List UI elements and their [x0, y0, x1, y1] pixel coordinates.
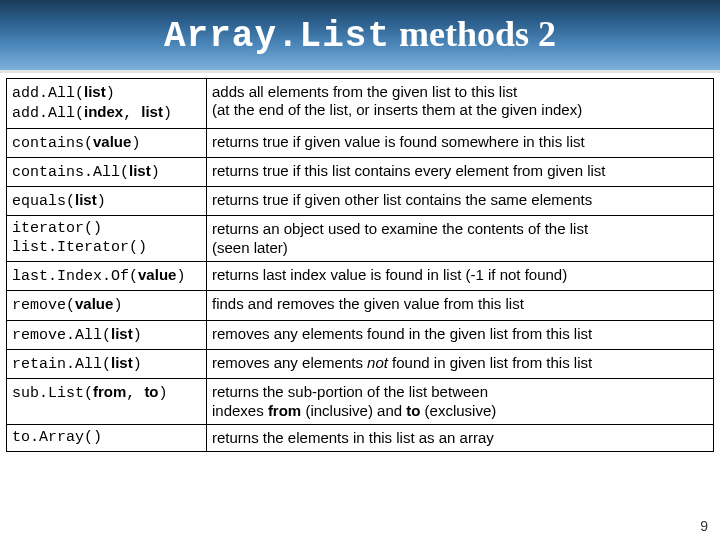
method-description: adds all elements from the given list to…: [207, 79, 714, 129]
method-signature: add.All(list)add.All(index, list): [7, 79, 207, 129]
method-description: returns the elements in this list as an …: [207, 424, 714, 451]
method-signature: last.Index.Of(value): [7, 262, 207, 291]
table-row: retain.All(list)removes any elements not…: [7, 349, 714, 378]
method-signature: to.Array(): [7, 424, 207, 451]
slide-title: Array.List methods 2: [164, 13, 556, 57]
method-description: removes any elements not found in given …: [207, 349, 714, 378]
table-row: sub.List(from, to)returns the sub-portio…: [7, 379, 714, 425]
method-signature: contains(value): [7, 128, 207, 157]
title-code: Array.List: [164, 16, 390, 57]
methods-table: add.All(list)add.All(index, list)adds al…: [6, 78, 714, 452]
method-description: removes any elements found in the given …: [207, 320, 714, 349]
table-row: iterator()list.Iterator()returns an obje…: [7, 216, 714, 262]
method-description: returns true if given other list contain…: [207, 187, 714, 216]
table-row: last.Index.Of(value)returns last index v…: [7, 262, 714, 291]
title-bar: Array.List methods 2: [0, 0, 720, 70]
methods-tbody: add.All(list)add.All(index, list)adds al…: [7, 79, 714, 452]
method-signature: remove(value): [7, 291, 207, 320]
page-number: 9: [700, 518, 708, 534]
method-description: returns true if given value is found som…: [207, 128, 714, 157]
table-row: contains(value)returns true if given val…: [7, 128, 714, 157]
table-row: contains.All(list)returns true if this l…: [7, 157, 714, 186]
table-row: remove(value)finds and removes the given…: [7, 291, 714, 320]
method-signature: iterator()list.Iterator(): [7, 216, 207, 262]
method-signature: equals(list): [7, 187, 207, 216]
method-signature: remove.All(list): [7, 320, 207, 349]
table-row: to.Array()returns the elements in this l…: [7, 424, 714, 451]
method-description: finds and removes the given value from t…: [207, 291, 714, 320]
table-row: equals(list)returns true if given other …: [7, 187, 714, 216]
method-description: returns an object used to examine the co…: [207, 216, 714, 262]
slide: Array.List methods 2 add.All(list)add.Al…: [0, 0, 720, 540]
method-signature: sub.List(from, to): [7, 379, 207, 425]
title-rest: methods 2: [390, 14, 556, 54]
method-description: returns last index value is found in lis…: [207, 262, 714, 291]
method-signature: contains.All(list): [7, 157, 207, 186]
method-description: returns the sub-portion of the list betw…: [207, 379, 714, 425]
table-row: add.All(list)add.All(index, list)adds al…: [7, 79, 714, 129]
content-area: add.All(list)add.All(index, list)adds al…: [0, 70, 720, 452]
method-signature: retain.All(list): [7, 349, 207, 378]
method-description: returns true if this list contains every…: [207, 157, 714, 186]
table-row: remove.All(list)removes any elements fou…: [7, 320, 714, 349]
